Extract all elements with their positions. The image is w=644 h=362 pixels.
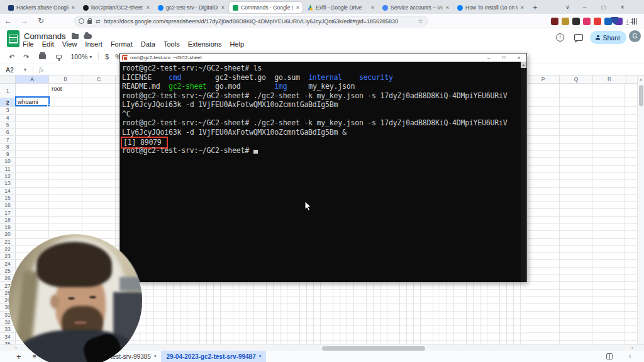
new-tab-button[interactable]: + [528, 3, 543, 12]
row-cells[interactable] [16, 129, 120, 136]
row-header-14[interactable]: 14 [0, 188, 16, 195]
row-cells[interactable] [16, 158, 120, 165]
row-header-12[interactable]: 12 [0, 173, 16, 179]
row-header-9[interactable]: 9 [0, 151, 16, 158]
window-maximize-button[interactable]: □ [594, 4, 613, 11]
row-cells[interactable] [16, 195, 120, 201]
tracking-protection-icon[interactable] [79, 18, 84, 24]
browser-tab[interactable]: How To Install Go on Ubuntu 2× [453, 2, 527, 13]
column-header-R[interactable]: R [593, 76, 626, 84]
bookmark-star-icon[interactable]: ☆ [418, 18, 423, 25]
browser-tab[interactable]: Hackers abuse Google Comma× [4, 2, 78, 13]
vertical-scrollbar[interactable]: ∧ [637, 76, 644, 344]
sheet-tab[interactable]: 29-04-2023-gc2-test-srv-99487▾ [161, 351, 266, 362]
print-icon[interactable] [39, 54, 46, 59]
extension-red[interactable] [594, 18, 601, 25]
column-header-Q[interactable]: Q [560, 76, 593, 84]
row-cells[interactable] [16, 202, 120, 209]
document-title[interactable]: Commands [24, 31, 65, 41]
downloads-icon[interactable]: ↓ [626, 18, 629, 25]
sheet-tab-menu-icon[interactable]: ▾ [154, 354, 157, 359]
terminal-minimize-button[interactable]: – [481, 55, 496, 60]
tab-close-icon[interactable]: × [218, 4, 228, 11]
row-header-5[interactable]: 5 [0, 122, 16, 128]
tab-close-icon[interactable]: × [368, 4, 377, 11]
menu-file[interactable]: File [23, 40, 34, 48]
tab-close-icon[interactable]: × [143, 4, 153, 11]
column-header-[interactable] [626, 76, 638, 84]
menu-help[interactable]: Help [230, 40, 244, 48]
terminal-close-button[interactable]: × [511, 55, 526, 60]
extension-dark[interactable] [572, 18, 580, 25]
menu-format[interactable]: Format [111, 40, 133, 48]
terminal-maximize-button[interactable]: □ [496, 55, 511, 60]
row-cells[interactable] [16, 151, 120, 158]
undo-icon[interactable]: ↶ [9, 53, 14, 61]
redo-icon[interactable]: ↷ [23, 53, 29, 61]
menu-edit[interactable]: Edit [42, 40, 54, 48]
tab-close-icon[interactable]: × [69, 4, 78, 11]
row-header-6[interactable]: 6 [0, 129, 16, 136]
side-panel-icon[interactable] [606, 353, 613, 359]
row-header-33[interactable]: 33 [0, 326, 16, 333]
name-box-caret-icon[interactable]: ▾ [24, 67, 26, 72]
row-cells[interactable] [16, 173, 120, 179]
row-cells[interactable] [16, 136, 120, 143]
row-header-13[interactable]: 13 [0, 180, 16, 187]
star-document-icon[interactable]: ☆ [60, 33, 66, 40]
url-text[interactable]: https://docs.google.com/spreadsheets/d/1… [104, 18, 415, 25]
horizontal-scroll-thumb[interactable] [322, 346, 425, 351]
terminal-window[interactable]: root@gc2-test-srv: ~/GC2-sheet – □ × roo… [119, 53, 527, 282]
paint-format-icon[interactable] [56, 55, 62, 59]
column-header-P[interactable]: P [527, 76, 560, 84]
menu-insert[interactable]: Insert [85, 40, 103, 48]
sheet-tab-menu-icon[interactable]: ▾ [259, 354, 262, 359]
row-header-17[interactable]: 17 [0, 209, 16, 216]
browser-tab[interactable]: gc2-test-srv - DigitalOcean× [154, 2, 228, 13]
row-header-34[interactable]: 34 [0, 333, 16, 340]
row-header-16[interactable]: 16 [0, 202, 16, 209]
share-button[interactable]: Share [590, 31, 626, 44]
menu-icon[interactable]: ≡ [630, 17, 634, 25]
row-header-3[interactable]: 3 [0, 107, 16, 114]
name-box[interactable]: A2 [6, 66, 22, 74]
row-cells[interactable] [16, 122, 120, 128]
browser-tab[interactable]: looCiprian/GC2-sheet: GC2 is a× [79, 2, 153, 13]
grid-middle[interactable] [119, 282, 527, 344]
row-cells[interactable] [16, 84, 120, 98]
column-header-blank[interactable] [0, 76, 16, 84]
browser-tab[interactable]: Service accounts – IAM & Adm× [379, 2, 452, 13]
window-minimize-button[interactable]: – [575, 4, 594, 11]
row-cells[interactable] [16, 224, 120, 231]
browser-tab[interactable]: Exfil - Google Drive× [304, 2, 377, 13]
list-all-tabs-icon[interactable]: ∨ [560, 4, 575, 10]
row-cells[interactable] [16, 107, 120, 114]
extension-gold[interactable] [562, 18, 569, 25]
row-cells[interactable] [16, 144, 120, 150]
row-header-25[interactable]: 25 [0, 268, 16, 274]
row-header-11[interactable]: 11 [0, 166, 16, 173]
menu-data[interactable]: Data [141, 40, 155, 48]
row-header-8[interactable]: 8 [0, 144, 16, 150]
column-header-A[interactable]: A [16, 76, 49, 84]
tab-close-icon[interactable]: × [443, 4, 452, 11]
terminal-scrollbar[interactable] [521, 62, 526, 282]
extension-blue[interactable] [604, 18, 612, 25]
cell-B1-value[interactable]: root [52, 85, 62, 92]
row-header-2[interactable]: 2 [0, 98, 16, 106]
menu-view[interactable]: View [62, 40, 77, 48]
forward-icon[interactable]: → [16, 16, 33, 25]
scroll-up-icon[interactable]: ∧ [638, 77, 644, 82]
format-currency-button[interactable]: $ [105, 53, 109, 60]
row-cells[interactable] [16, 115, 120, 122]
row-header-18[interactable]: 18 [0, 217, 16, 223]
grid-right[interactable]: PQR [527, 76, 638, 344]
row-header-23[interactable]: 23 [0, 253, 16, 260]
move-folder-icon[interactable] [72, 34, 79, 39]
menu-extensions[interactable]: Extensions [188, 40, 222, 48]
collapse-panel-icon[interactable]: ‹ [629, 351, 631, 362]
row-cells[interactable] [16, 188, 120, 195]
back-icon[interactable]: ← [0, 16, 16, 25]
browser-tab[interactable]: Commands - Google Sheets× [229, 2, 303, 13]
lock-icon[interactable] [87, 20, 92, 24]
